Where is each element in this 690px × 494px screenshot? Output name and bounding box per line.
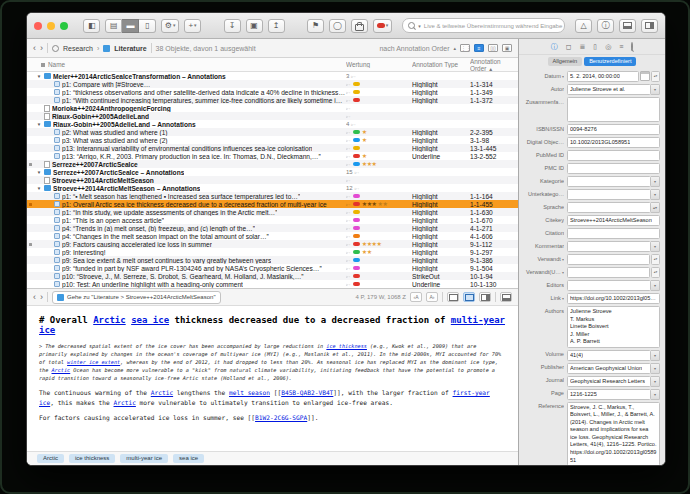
note-tab-icon[interactable]: ◻ xyxy=(566,43,572,51)
grid-view-toggle[interactable]: ⋮⋮ xyxy=(460,44,470,52)
minimize-window-button[interactable] xyxy=(47,22,55,30)
field-value-input[interactable]: Stroeve++2014ArcticMeltSeason xyxy=(567,215,660,226)
field-value-input[interactable]: 0094-8276 xyxy=(567,124,660,135)
view-as-split-button[interactable]: ▬ xyxy=(122,19,139,33)
preview-mode-button[interactable] xyxy=(463,292,475,302)
column-header-type[interactable]: Annotation Type xyxy=(412,61,470,68)
field-value-input[interactable] xyxy=(567,97,660,122)
tab-benutzerdefiniert[interactable]: Benutzerdefiniert xyxy=(584,57,636,66)
preview-link[interactable]: Arctic xyxy=(52,367,71,373)
field-value-input[interactable]: 41(4) xyxy=(567,350,651,361)
list-item[interactable]: ▼Serreze++2007ArcticSeaIce – Annotations… xyxy=(27,168,518,176)
cover-view-toggle[interactable]: ▣ xyxy=(502,44,512,52)
disclosure-triangle-icon[interactable]: ▼ xyxy=(36,122,42,127)
stepper-button[interactable]: ▴▾ xyxy=(651,267,660,278)
info-button[interactable]: ⓘ xyxy=(597,19,614,33)
list-item[interactable]: p1: “In this study, we update assessment… xyxy=(27,208,518,216)
clip-button[interactable]: ▣ xyxy=(246,19,263,33)
disclosure-triangle-icon[interactable]: ▼ xyxy=(36,74,42,79)
list-item[interactable]: p13: “Arrigo, K.R., 2003. Primary produc… xyxy=(27,152,518,160)
breadcrumb-root[interactable]: Research xyxy=(63,45,93,52)
tab-allgemein[interactable]: Allgemein xyxy=(548,57,583,66)
dropdown-button[interactable]: ▾ xyxy=(651,280,660,291)
tag-chip[interactable]: ice thickness xyxy=(69,454,115,463)
disclosure-triangle-icon[interactable]: ▼ xyxy=(36,170,42,175)
list-item[interactable]: p1: Compare with [#Stroeve…▹◦Highlight1-… xyxy=(27,80,518,88)
list-item[interactable]: p1: Overall Arctic sea ice thickness dec… xyxy=(27,200,518,208)
list-item[interactable]: ▼Riaux-Gobin++2005AdelieLand – Annotatio… xyxy=(27,120,518,128)
date-stepper[interactable]: ▴▾ xyxy=(651,71,660,82)
field-value-input[interactable]: Geophysical Research Letters xyxy=(567,376,651,387)
dropdown-button[interactable]: ▾ xyxy=(651,363,660,374)
edit-button[interactable] xyxy=(500,292,512,302)
field-value-input[interactable] xyxy=(567,254,650,265)
list-item[interactable]: ▼Meier++2014ArcticSeaIceTransformation –… xyxy=(27,72,518,80)
field-value-input[interactable]: 5. 2. 2014, 00:00:00 xyxy=(567,71,639,82)
column-header-order[interactable]: Annotation Order ▲ xyxy=(470,58,518,72)
preview-link[interactable]: Arctic xyxy=(151,389,173,396)
source-mode-button[interactable] xyxy=(447,292,459,302)
sidebar-toggle-button[interactable]: ◧ xyxy=(83,19,100,33)
field-value-input[interactable]: American Geophysical Union xyxy=(567,363,651,374)
list-view-toggle[interactable]: ≡ xyxy=(474,44,484,52)
list-item[interactable]: p9: Factors causing accelerated ice loss… xyxy=(27,240,518,248)
tag-chip[interactable]: multi-year ice xyxy=(120,454,168,463)
stepper-button[interactable]: ▴▾ xyxy=(651,254,660,265)
dropdown-button[interactable]: ▾ xyxy=(651,376,660,387)
preview-link[interactable]: Arctic xyxy=(93,315,126,325)
tag-chip[interactable]: sea ice xyxy=(173,454,204,463)
list-item[interactable]: Stroeve++2014ArcticMeltSeason▹◦ xyxy=(27,176,518,184)
field-value-input[interactable] xyxy=(567,150,660,161)
column-header-name[interactable]: Name xyxy=(27,61,346,68)
list-item[interactable]: Serreze++2007ArcticSeaIce▹◦★★★ xyxy=(27,160,518,168)
related-tab-icon[interactable]: ≡ xyxy=(619,43,623,50)
field-value-input[interactable]: 1216-1225 xyxy=(567,389,651,400)
list-item[interactable]: p9: Sea ice extent & melt onset continue… xyxy=(27,256,518,264)
search-input[interactable]: ▾ Live & teilweise Übereinstimmung währe… xyxy=(402,18,565,33)
list-item[interactable]: p1: “▪ Melt season has lengthened ▪ Incr… xyxy=(27,192,518,200)
dropdown-button[interactable]: ▾ xyxy=(651,241,660,252)
field-value-input[interactable] xyxy=(567,241,651,252)
list-item[interactable]: p2: What was studied and where (1)▹◦★Hig… xyxy=(27,128,518,136)
goto-source-button[interactable]: Gehe zu "Literature > Stroeve++2014Arcti… xyxy=(52,291,221,304)
tag-chip[interactable]: Arctic xyxy=(37,454,64,463)
field-value-input[interactable] xyxy=(567,176,651,187)
zoom-window-button[interactable] xyxy=(60,22,68,30)
close-window-button[interactable] xyxy=(34,22,42,30)
field-value-input[interactable]: https://doi.org/10.1002/2013gl058951 xyxy=(567,293,660,304)
field-value-input[interactable]: 10.1002/2013GL058951 xyxy=(567,137,660,148)
preview-link[interactable]: B1W2-2C6G-SGPA xyxy=(255,414,307,421)
list-item[interactable]: ▼Stroeve++2014ArcticMeltSeason – Annotat… xyxy=(27,184,518,192)
list-item[interactable]: p13: Interannual variability of environm… xyxy=(27,144,518,152)
list-item[interactable]: p4: “Changes in the melt season impact o… xyxy=(27,232,518,240)
back-button[interactable]: ‹ xyxy=(33,44,36,53)
dropdown-button[interactable]: ▾ xyxy=(651,176,660,187)
view-as-column-button[interactable]: ▯ xyxy=(139,19,156,33)
import-button[interactable]: ↧ xyxy=(224,19,241,33)
field-value-input[interactable]: Julienne Stroeve et al. xyxy=(567,84,651,95)
sort-order-button[interactable]: nach Annotation Order xyxy=(379,45,449,52)
list-item[interactable]: p4: “Trends in (a) melt onset, (b) freez… xyxy=(27,224,518,232)
disclosure-triangle-icon[interactable]: ▼ xyxy=(36,186,42,191)
preview-link[interactable]: sea ice xyxy=(131,315,169,325)
lock-button[interactable] xyxy=(351,19,368,33)
toggle-right-pane-button[interactable] xyxy=(641,19,658,33)
column-header-rating[interactable]: Wertung xyxy=(346,61,412,68)
toggle-bottom-pane-button[interactable] xyxy=(619,19,636,33)
field-value-input[interactable] xyxy=(567,189,651,200)
decrease-font-button[interactable]: ‹A xyxy=(410,292,422,302)
preview-link[interactable]: B45B-QAB2-VB4T xyxy=(281,389,333,396)
view-as-list-button[interactable]: ▤ xyxy=(105,19,122,33)
list-item[interactable]: p9: Interesting!▹◦★★Highlight9-1-297 xyxy=(27,248,518,256)
alert-button[interactable]: △ xyxy=(575,19,592,33)
document-tab-icon[interactable]: ▯ xyxy=(593,43,597,51)
field-value-input[interactable] xyxy=(567,163,660,174)
share-button[interactable]: ↥ xyxy=(268,19,285,33)
split-mode-button[interactable] xyxy=(479,292,491,302)
field-value-input[interactable]: Stroeve, J. C., Markus, T., Boisvert, L.… xyxy=(567,402,660,465)
dropdown-button[interactable]: ▴▾ xyxy=(651,202,660,213)
dropdown-button[interactable]: ▾ xyxy=(651,350,660,361)
field-value-input[interactable] xyxy=(567,280,651,291)
add-item-button[interactable]: +▾ xyxy=(184,19,201,33)
preview-link[interactable]: ice thickness xyxy=(326,343,367,349)
